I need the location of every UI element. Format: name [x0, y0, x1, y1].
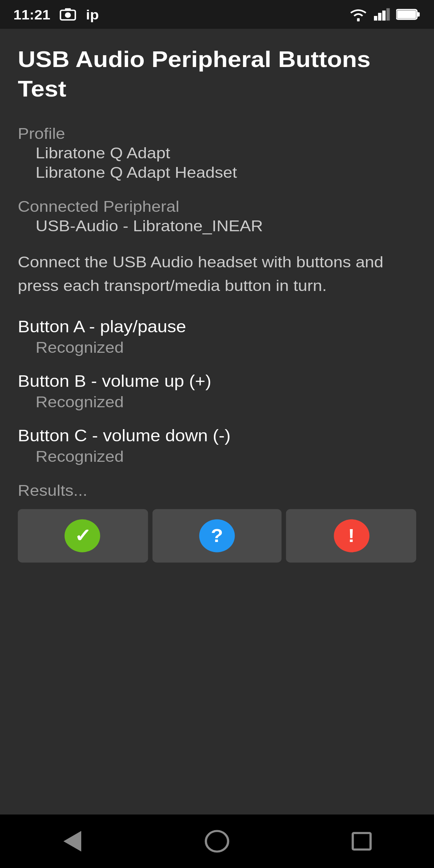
svg-rect-6 [382, 10, 386, 20]
profile-item-1: Libratone Q Adapt [18, 144, 416, 161]
svg-point-3 [357, 19, 359, 21]
button-c-section: Button C - volume down (-) Recognized [18, 427, 416, 465]
photo-icon [59, 7, 77, 22]
nav-back-button[interactable] [44, 821, 100, 862]
button-b-status: Recognized [18, 393, 416, 410]
nav-recent-button[interactable] [334, 821, 390, 862]
nav-bar [0, 815, 434, 868]
profile-item-2: Libratone Q Adapt Headset [18, 164, 416, 181]
info-button[interactable]: ? [152, 509, 282, 563]
button-a-section: Button A - play/pause Recognized [18, 318, 416, 356]
action-buttons: ✓ ? ! [18, 509, 416, 563]
svg-rect-2 [65, 8, 71, 10]
button-c-label: Button C - volume down (-) [18, 427, 416, 445]
button-c-status: Recognized [18, 448, 416, 465]
button-b-section: Button B - volume up (+) Recognized [18, 373, 416, 411]
signal-icon [374, 7, 391, 22]
connected-peripheral-value: USB-Audio - Libratone_INEAR [18, 217, 416, 235]
button-a-label: Button A - play/pause [18, 318, 416, 336]
button-a-status: Recognized [18, 339, 416, 356]
svg-rect-4 [374, 16, 377, 20]
svg-rect-7 [386, 8, 390, 21]
connected-peripheral-label: Connected Peripheral [18, 198, 416, 215]
profile-section: Profile Libratone Q Adapt Libratone Q Ad… [18, 125, 416, 181]
home-icon [205, 830, 229, 852]
connected-peripheral-section: Connected Peripheral USB-Audio - Librato… [18, 198, 416, 235]
results-label: Results... [18, 482, 416, 499]
svg-rect-5 [378, 13, 382, 20]
fail-button[interactable]: ! [286, 509, 416, 563]
status-bar: 11:21 ip [0, 0, 434, 29]
svg-rect-10 [417, 12, 420, 17]
nav-home-button[interactable] [189, 821, 245, 862]
status-right [348, 7, 420, 22]
description-text: Connect the USB Audio headset with butto… [18, 251, 416, 297]
info-icon: ? [199, 519, 235, 552]
back-icon [64, 831, 81, 851]
status-time: 11:21 [13, 7, 50, 22]
fail-icon: ! [333, 519, 369, 552]
svg-rect-9 [397, 10, 416, 18]
status-left: 11:21 ip [13, 7, 99, 22]
profile-label: Profile [18, 125, 416, 142]
status-ip-label: ip [86, 7, 99, 22]
main-content: USB Audio Peripheral Buttons Test Profil… [0, 29, 434, 815]
pass-icon: ✓ [65, 519, 101, 552]
svg-point-1 [65, 12, 71, 18]
button-b-label: Button B - volume up (+) [18, 373, 416, 391]
pass-button[interactable]: ✓ [18, 509, 148, 563]
page-title: USB Audio Peripheral Buttons Test [18, 45, 416, 104]
recent-icon [352, 832, 372, 850]
wifi-icon [348, 7, 368, 22]
battery-icon [396, 8, 421, 21]
